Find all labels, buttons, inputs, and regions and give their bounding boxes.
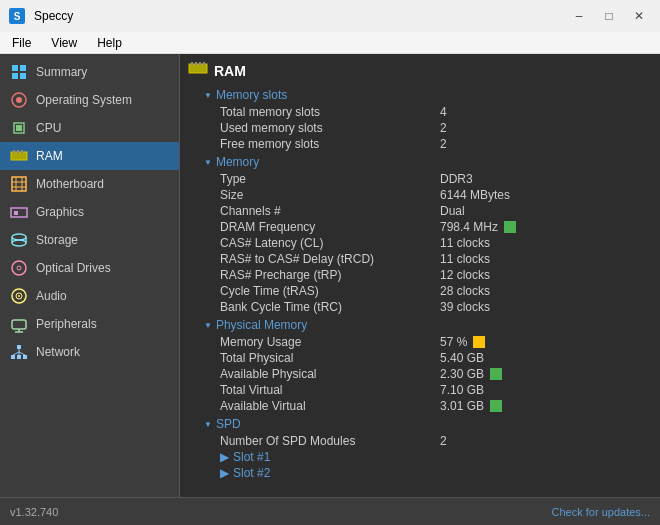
- avail-physical-indicator: [490, 368, 502, 380]
- sidebar-item-cpu[interactable]: CPU: [0, 114, 179, 142]
- sidebar: Summary Operating System CPU RAM Motherb: [0, 54, 180, 497]
- slot2-item[interactable]: ▶ Slot #2: [204, 465, 652, 481]
- svg-line-40: [19, 352, 25, 355]
- svg-rect-34: [11, 355, 15, 359]
- total-slots-value: 4: [440, 105, 447, 119]
- network-label: Network: [36, 345, 80, 359]
- svg-rect-13: [21, 150, 23, 153]
- sidebar-item-motherboard[interactable]: Motherboard: [0, 170, 179, 198]
- avail-physical-key: Available Physical: [220, 367, 440, 381]
- svg-point-29: [18, 295, 20, 297]
- cpu-label: CPU: [36, 121, 61, 135]
- update-link[interactable]: Check for updates...: [552, 506, 650, 518]
- svg-rect-14: [12, 177, 26, 191]
- spd-modules-value: 2: [440, 434, 447, 448]
- svg-point-21: [12, 234, 26, 240]
- peripherals-label: Peripherals: [36, 317, 97, 331]
- storage-label: Storage: [36, 233, 78, 247]
- total-physical-row: Total Physical 5.40 GB: [204, 350, 652, 366]
- title-controls: – □ ✕: [566, 6, 652, 26]
- size-value: 6144 MBytes: [440, 188, 510, 202]
- svg-rect-35: [17, 355, 21, 359]
- svg-rect-20: [14, 211, 18, 215]
- cycle-time-row: Cycle Time (tRAS) 28 clocks: [204, 283, 652, 299]
- ram-icon: [10, 147, 28, 165]
- minimize-button[interactable]: –: [566, 6, 592, 26]
- svg-text:S: S: [14, 11, 21, 22]
- os-label: Operating System: [36, 93, 132, 107]
- total-memory-slots-row: Total memory slots 4: [204, 104, 652, 120]
- slot1-item[interactable]: ▶ Slot #1: [204, 449, 652, 465]
- triangle-icon: ▼: [204, 91, 212, 100]
- dram-freq-row: DRAM Frequency 798.4 MHz: [204, 219, 652, 235]
- memory-usage-key: Memory Usage: [220, 335, 440, 349]
- sidebar-item-storage[interactable]: Storage: [0, 226, 179, 254]
- free-slots-key: Free memory slots: [220, 137, 440, 151]
- maximize-button[interactable]: □: [596, 6, 622, 26]
- used-slots-key: Used memory slots: [220, 121, 440, 135]
- bank-cycle-key: Bank Cycle Time (tRC): [220, 300, 440, 314]
- close-button[interactable]: ✕: [626, 6, 652, 26]
- size-row: Size 6144 MBytes: [204, 187, 652, 203]
- svg-rect-9: [16, 125, 22, 131]
- free-memory-slots-row: Free memory slots 2: [204, 136, 652, 152]
- cpu-icon: [10, 119, 28, 137]
- used-slots-value: 2: [440, 121, 447, 135]
- memory-usage-value: 57 %: [440, 335, 485, 349]
- used-memory-slots-row: Used memory slots 2: [204, 120, 652, 136]
- memory-label: ▼ Memory: [204, 152, 652, 171]
- size-key: Size: [220, 188, 440, 202]
- bank-cycle-row: Bank Cycle Time (tRC) 39 clocks: [204, 299, 652, 315]
- physical-memory-label: ▼ Physical Memory: [204, 315, 652, 334]
- sidebar-item-os[interactable]: Operating System: [0, 86, 179, 114]
- cas-row: CAS# Latency (CL) 11 clocks: [204, 235, 652, 251]
- svg-rect-45: [203, 62, 205, 65]
- sidebar-item-ram[interactable]: RAM: [0, 142, 179, 170]
- audio-label: Audio: [36, 289, 67, 303]
- type-key: Type: [220, 172, 440, 186]
- menu-view[interactable]: View: [43, 34, 85, 52]
- app-icon: S: [8, 7, 26, 25]
- ras-precharge-key: RAS# Precharge (tRP): [220, 268, 440, 282]
- avail-virtual-value: 3.01 GB: [440, 399, 502, 413]
- svg-rect-42: [191, 62, 193, 65]
- sidebar-item-peripherals[interactable]: Peripherals: [0, 310, 179, 338]
- channels-value: Dual: [440, 204, 465, 218]
- spd-modules-row: Number Of SPD Modules 2: [204, 433, 652, 449]
- slot1-triangle: ▶: [220, 450, 229, 464]
- svg-rect-10: [11, 152, 27, 160]
- spd-modules-key: Number Of SPD Modules: [220, 434, 440, 448]
- sidebar-item-network[interactable]: Network: [0, 338, 179, 366]
- motherboard-icon: [10, 175, 28, 193]
- ras-precharge-row: RAS# Precharge (tRP) 12 clocks: [204, 267, 652, 283]
- sidebar-item-graphics[interactable]: Graphics: [0, 198, 179, 226]
- optical-label: Optical Drives: [36, 261, 111, 275]
- sidebar-item-optical[interactable]: Optical Drives: [0, 254, 179, 282]
- triangle-icon-4: ▼: [204, 420, 212, 429]
- svg-rect-36: [23, 355, 27, 359]
- app-body: Summary Operating System CPU RAM Motherb: [0, 54, 660, 497]
- menu-help[interactable]: Help: [89, 34, 130, 52]
- physical-memory-section: ▼ Physical Memory Memory Usage 57 % Tota…: [188, 315, 652, 414]
- ras-cas-row: RAS# to CAS# Delay (tRCD) 11 clocks: [204, 251, 652, 267]
- cycle-time-key: Cycle Time (tRAS): [220, 284, 440, 298]
- svg-rect-3: [20, 65, 26, 71]
- channels-row: Channels # Dual: [204, 203, 652, 219]
- memory-usage-row: Memory Usage 57 %: [204, 334, 652, 350]
- sidebar-item-audio[interactable]: Audio: [0, 282, 179, 310]
- total-physical-key: Total Physical: [220, 351, 440, 365]
- graphics-label: Graphics: [36, 205, 84, 219]
- dram-freq-value: 798.4 MHz: [440, 220, 516, 234]
- sidebar-item-summary[interactable]: Summary: [0, 58, 179, 86]
- avail-physical-row: Available Physical 2.30 GB: [204, 366, 652, 382]
- section-header: RAM: [188, 62, 652, 79]
- svg-rect-43: [195, 62, 197, 65]
- type-row: Type DDR3: [204, 171, 652, 187]
- menu-file[interactable]: File: [4, 34, 39, 52]
- menu-bar: File View Help: [0, 32, 660, 54]
- total-virtual-value: 7.10 GB: [440, 383, 484, 397]
- memory-section: ▼ Memory Type DDR3 Size 6144 MBytes Chan…: [188, 152, 652, 315]
- title-bar-left: S Speccy: [8, 7, 73, 25]
- cas-key: CAS# Latency (CL): [220, 236, 440, 250]
- spd-label: ▼ SPD: [204, 414, 652, 433]
